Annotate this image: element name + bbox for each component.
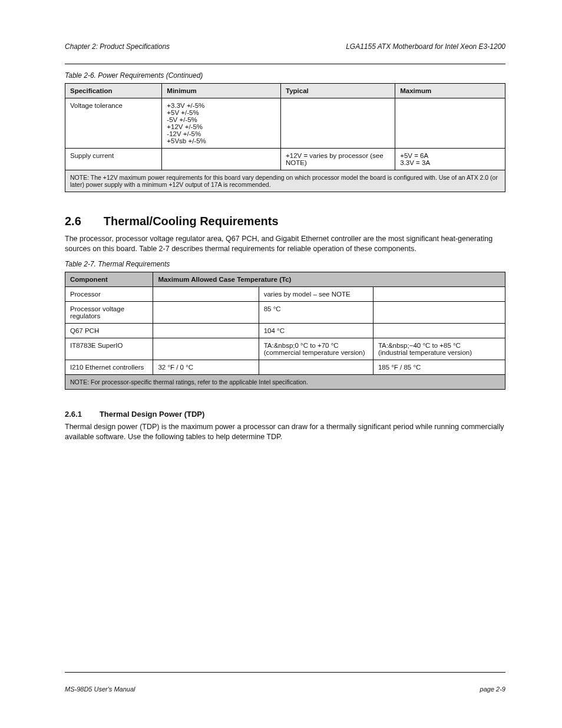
cell: Processor xyxy=(65,286,153,301)
th-max-tc: Maximum Allowed Case Temperature (Tc) xyxy=(153,272,505,286)
th-spec: Specification xyxy=(65,84,162,98)
cell xyxy=(153,323,259,338)
header-product: LGA1155 ATX Motherboard for Intel Xeon E… xyxy=(346,42,505,51)
cell: 32 °F / 0 °C xyxy=(153,360,259,374)
cell xyxy=(373,286,505,301)
cell: 185 °F / 85 °C xyxy=(373,360,505,374)
th-min: Minimum xyxy=(162,84,281,98)
header-chapter: Chapter 2: Product Specifications xyxy=(65,42,170,51)
cell: IT8783E SuperIO xyxy=(65,338,153,360)
subsection-number: 2.6.1 xyxy=(65,410,82,419)
cell xyxy=(259,360,373,374)
footer-page: page 2-9 xyxy=(480,686,505,693)
section-heading: 2.6 Thermal/Cooling Requirements xyxy=(65,215,505,228)
cell xyxy=(153,301,259,323)
cell xyxy=(153,338,259,360)
table-row: Processor voltage regulators 85 °C xyxy=(65,301,505,323)
table-footnote-row: NOTE: The +12V maximum power requirement… xyxy=(65,170,505,192)
power-requirements-table: Specification Minimum Typical Maximum Vo… xyxy=(65,83,505,192)
cell: Supply current xyxy=(65,149,162,170)
table-header-row: Specification Minimum Typical Maximum xyxy=(65,84,505,98)
cell xyxy=(153,286,259,301)
table1-caption: Table 2-6. Power Requirements (Continued… xyxy=(65,71,505,80)
cell: TA:&nbsp;0 °C to +70 °C (commercial temp… xyxy=(259,338,373,360)
cell xyxy=(162,149,281,170)
cell xyxy=(281,98,395,149)
table-row: Processor varies by model – see NOTE xyxy=(65,286,505,301)
table-row: Q67 PCH 104 °C xyxy=(65,323,505,338)
table-row: I210 Ethernet controllers 32 °F / 0 °C 1… xyxy=(65,360,505,374)
table-row: IT8783E SuperIO TA:&nbsp;0 °C to +70 °C … xyxy=(65,338,505,360)
section-number: 2.6 xyxy=(65,215,81,228)
page-header: Chapter 2: Product Specifications LGA115… xyxy=(65,42,505,51)
th-component: Component xyxy=(65,272,153,286)
section-intro: The processor, processor voltage regulat… xyxy=(65,234,505,254)
page-footer: MS-98D5 User's Manual page 2-9 xyxy=(65,686,505,693)
cell: 85 °C xyxy=(259,301,373,323)
th-typ: Typical xyxy=(281,84,395,98)
cell: +3.3V +/-5% +5V +/-5% -5V +/-5% +12V +/-… xyxy=(162,98,281,149)
header-rule xyxy=(65,64,505,64)
section-title: Thermal/Cooling Requirements xyxy=(104,215,279,228)
th-max: Maximum xyxy=(395,84,505,98)
cell xyxy=(395,98,505,149)
table2-footnote: NOTE: For processor-specific thermal rat… xyxy=(65,374,505,389)
table-row: Voltage tolerance +3.3V +/-5% +5V +/-5% … xyxy=(65,98,505,149)
cell: 104 °C xyxy=(259,323,373,338)
footer-rule xyxy=(65,672,505,673)
cell: varies by model – see NOTE xyxy=(259,286,373,301)
cell: TA:&nbsp;−40 °C to +85 °C (industrial te… xyxy=(373,338,505,360)
cell: Processor voltage regulators xyxy=(65,301,153,323)
table-header-row: Component Maximum Allowed Case Temperatu… xyxy=(65,272,505,286)
subsection-body: Thermal design power (TDP) is the maximu… xyxy=(65,422,505,442)
subsection-title: Thermal Design Power (TDP) xyxy=(100,410,204,419)
table1-footnote: NOTE: The +12V maximum power requirement… xyxy=(65,170,505,192)
cell: Voltage tolerance xyxy=(65,98,162,149)
table-row: Supply current +12V = varies by processo… xyxy=(65,149,505,170)
cell xyxy=(373,301,505,323)
table2-caption: Table 2-7. Thermal Requirements xyxy=(65,260,505,268)
cell: Q67 PCH xyxy=(65,323,153,338)
cell: +12V = varies by processor (see NOTE) xyxy=(281,149,395,170)
thermal-requirements-table: Component Maximum Allowed Case Temperatu… xyxy=(65,272,505,390)
cell: I210 Ethernet controllers xyxy=(65,360,153,374)
table-footnote-row: NOTE: For processor-specific thermal rat… xyxy=(65,374,505,389)
subsection-heading: 2.6.1 Thermal Design Power (TDP) xyxy=(65,410,505,419)
cell xyxy=(373,323,505,338)
footer-manual: MS-98D5 User's Manual xyxy=(65,686,135,693)
cell: +5V = 6A 3.3V = 3A xyxy=(395,149,505,170)
